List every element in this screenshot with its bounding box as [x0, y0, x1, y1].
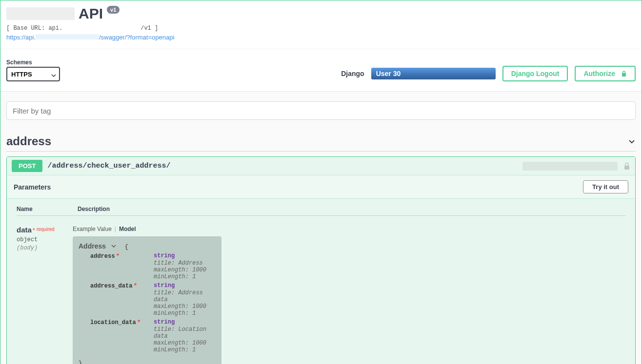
- filter-input[interactable]: [6, 101, 636, 120]
- lock-icon: [621, 70, 627, 77]
- model-box: Address { address*stringtitle: Addressma…: [73, 236, 221, 364]
- model-property: address*string: [90, 252, 216, 260]
- parameter-row: data*required object (body) Example Valu…: [17, 216, 625, 364]
- model-property: address_data*string: [90, 282, 216, 289]
- svg-rect-0: [622, 73, 626, 77]
- django-user-badge: User 30: [371, 68, 496, 79]
- tag-title: address: [6, 134, 51, 148]
- required-label: required: [37, 227, 55, 232]
- schemes-select[interactable]: HTTPS: [6, 67, 60, 81]
- try-it-out-button[interactable]: Try it out: [583, 180, 628, 193]
- model-title[interactable]: Address: [79, 242, 106, 250]
- model-property-meta: minLength: 1: [154, 273, 216, 280]
- authorize-button[interactable]: Authorize: [575, 66, 636, 81]
- lock-icon[interactable]: [623, 162, 630, 170]
- operation-path: /address/check_user_address/: [47, 162, 170, 170]
- django-label: Django: [341, 70, 364, 77]
- page-header: API v1 [ Base URL: api./v1 ] https://api…: [0, 0, 642, 49]
- version-badge: v1: [107, 6, 120, 14]
- base-url: [ Base URL: api./v1 ]: [6, 25, 636, 32]
- param-name: data: [17, 226, 32, 234]
- required-star: *: [33, 227, 35, 234]
- model-property-meta: maxLength: 1000: [154, 267, 216, 273]
- model-property-meta: minLength: 1: [154, 346, 216, 353]
- param-in: (body): [17, 245, 63, 251]
- column-header-description: Description: [78, 206, 110, 212]
- parameters-heading: Parameters: [14, 183, 51, 191]
- api-title: API: [79, 5, 103, 22]
- chevron-down-icon[interactable]: [111, 244, 116, 250]
- tab-example-value[interactable]: Example Value: [73, 226, 112, 232]
- model-property-meta: maxLength: 1000: [154, 303, 216, 310]
- model-property-meta: title: Address data: [154, 289, 216, 303]
- model-property-meta: title: Location data: [154, 326, 216, 340]
- operation-block: POST /address/check_user_address/ Parame…: [6, 156, 636, 364]
- app-logo: [6, 7, 75, 20]
- column-header-name: Name: [17, 206, 53, 212]
- chevron-down-icon: [628, 137, 636, 145]
- schemes-label: Schemes: [6, 59, 60, 66]
- param-type: object: [17, 236, 63, 243]
- model-property-meta: title: Address: [154, 260, 216, 267]
- model-property-meta: maxLength: 1000: [154, 340, 216, 346]
- operation-header[interactable]: POST /address/check_user_address/: [7, 157, 635, 175]
- http-method-badge: POST: [12, 160, 42, 172]
- svg-rect-1: [624, 166, 629, 170]
- model-property: location_data*string: [90, 319, 216, 326]
- operation-summary: [522, 162, 618, 171]
- django-logout-button[interactable]: Django Logout: [502, 66, 568, 81]
- tag-header[interactable]: address: [6, 134, 636, 152]
- tab-model[interactable]: Model: [119, 226, 136, 232]
- model-property-meta: minLength: 1: [154, 310, 216, 317]
- spec-link[interactable]: https://api./swagger/?format=openapi: [6, 34, 636, 41]
